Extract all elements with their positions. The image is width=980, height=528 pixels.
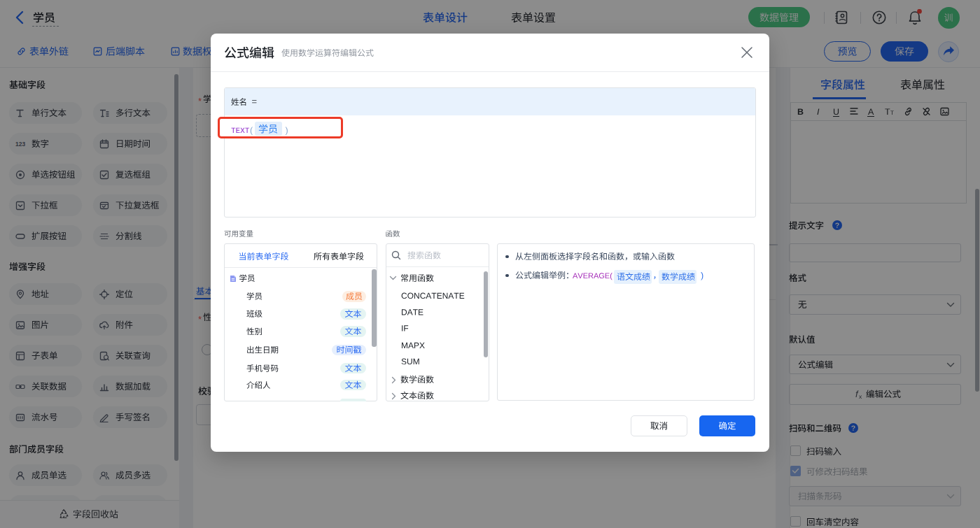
svg-text:123: 123	[15, 141, 25, 148]
